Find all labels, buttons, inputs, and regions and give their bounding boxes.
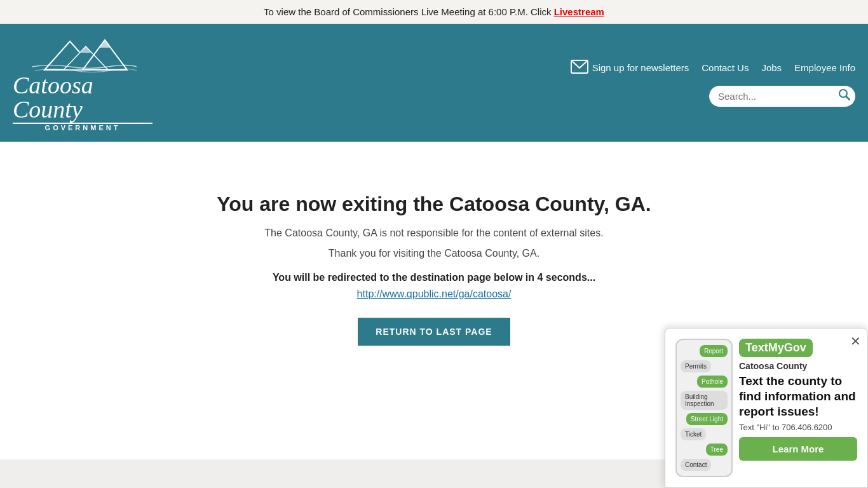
- popup-right: TextMyGov Catoosa County Text the county…: [739, 339, 857, 461]
- bubble-6: Ticket: [681, 428, 706, 440]
- phone-mockup: Report Permits Pothole Building Inspecti…: [675, 339, 733, 477]
- bubble-8: Contact: [681, 459, 711, 471]
- nav-area: Sign up for newsletters Contact Us Jobs …: [153, 60, 855, 107]
- popup-close-button[interactable]: ✕: [850, 334, 861, 349]
- popup-badge: TextMyGov: [739, 339, 813, 357]
- svg-marker-4: [99, 40, 111, 48]
- svg-line-7: [846, 97, 850, 100]
- top-banner: To view the Board of Commissioners Live …: [0, 0, 868, 24]
- bubble-1: Report: [700, 345, 728, 357]
- redirect-url[interactable]: http://www.qpublic.net/ga/catoosa/: [357, 288, 512, 300]
- search-input[interactable]: [709, 86, 855, 107]
- exit-redirect: You will be redirected to the destinatio…: [273, 272, 595, 283]
- popup-inner: Report Permits Pothole Building Inspecti…: [665, 329, 867, 487]
- newsletter-label: Sign up for newsletters: [592, 62, 689, 73]
- search-wrap: [709, 86, 855, 107]
- bubble-7: Tree: [706, 444, 728, 456]
- banner-text: To view the Board of Commissioners Live …: [264, 6, 554, 17]
- livestream-link[interactable]: Livestream: [554, 6, 604, 17]
- exit-thank: Thank you for visiting the Catoosa Count…: [329, 248, 539, 259]
- learn-more-button[interactable]: Learn More: [739, 437, 857, 461]
- bubble-4: Building Inspection: [681, 391, 728, 410]
- search-button[interactable]: [839, 89, 850, 104]
- logo-text-sub: GOVERNMENT: [45, 124, 121, 132]
- contact-link[interactable]: Contact Us: [702, 62, 749, 73]
- logo-area: Catoosa County GOVERNMENT: [13, 35, 153, 132]
- employee-info-link[interactable]: Employee Info: [794, 62, 855, 73]
- envelope-icon: [571, 60, 588, 76]
- header: Catoosa County GOVERNMENT Sign up for ne…: [0, 24, 868, 142]
- search-icon: [839, 89, 850, 100]
- return-button[interactable]: RETURN TO LAST PAGE: [358, 318, 510, 346]
- jobs-link[interactable]: Jobs: [761, 62, 782, 73]
- exit-title: You are now exiting the Catoosa County, …: [217, 193, 651, 216]
- logo-text-main: Catoosa County: [13, 73, 153, 121]
- newsletter-link[interactable]: Sign up for newsletters: [571, 60, 689, 76]
- popup-county: Catoosa County: [739, 361, 857, 371]
- logo-wrap: Catoosa County GOVERNMENT: [13, 35, 153, 132]
- bubble-2: Permits: [681, 360, 711, 372]
- popup-sub: Text "Hi" to 706.406.6200: [739, 423, 857, 432]
- top-nav: Sign up for newsletters Contact Us Jobs …: [571, 60, 855, 76]
- popup-headline: Text the county to find information and …: [739, 374, 857, 419]
- exit-subtitle: The Catoosa County, GA is not responsibl…: [264, 227, 603, 239]
- textmygov-popup: ✕ Report Permits Pothole Building Inspec…: [665, 328, 868, 488]
- logo-mountain-icon: [25, 35, 140, 73]
- bubble-5: Street Light: [686, 413, 728, 425]
- bubble-3: Pothole: [697, 376, 728, 388]
